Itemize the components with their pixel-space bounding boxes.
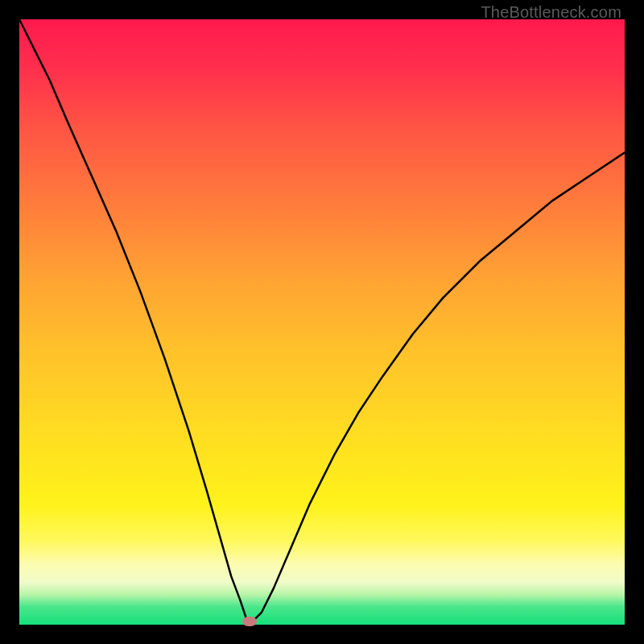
- gradient-plot-area: [19, 19, 625, 625]
- watermark-text: TheBottleneck.com: [481, 3, 621, 22]
- optimum-marker: [242, 617, 257, 626]
